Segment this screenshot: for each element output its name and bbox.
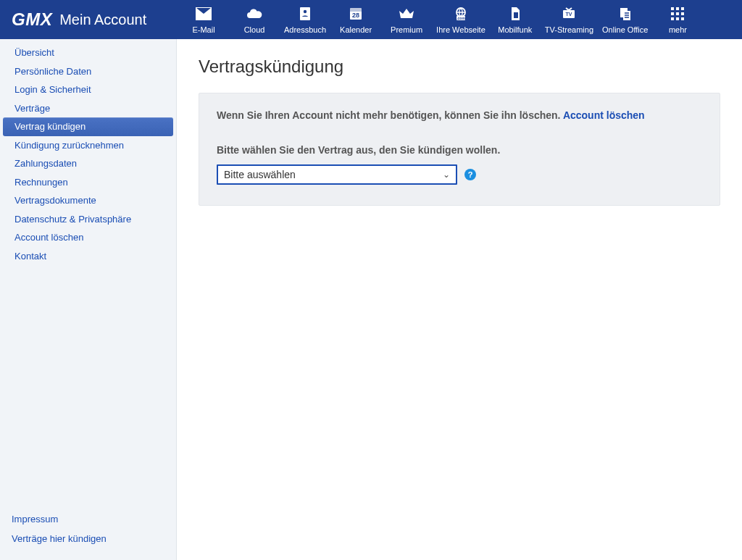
nav-label: E-Mail bbox=[192, 25, 214, 34]
sidebar-item-login-security[interactable]: Login & Sicherheit bbox=[3, 80, 173, 99]
nav-label: Ihre Webseite bbox=[436, 25, 485, 34]
select-row: Bitte auswählen ⌄ ? bbox=[217, 164, 702, 185]
nav-label: Adressbuch bbox=[284, 25, 326, 34]
info-line: Wenn Sie Ihren Account nicht mehr benöti… bbox=[217, 109, 702, 121]
svg-text:TV: TV bbox=[566, 12, 572, 17]
sidebar-item-overview[interactable]: Übersicht bbox=[3, 43, 173, 62]
nav-label: mehr bbox=[669, 25, 687, 34]
svg-text:.com: .com bbox=[457, 16, 465, 20]
nav-contacts[interactable]: Adressbuch bbox=[280, 0, 330, 39]
sidebar-list: Übersicht Persönliche Daten Login & Sich… bbox=[0, 39, 176, 266]
contract-select[interactable]: Bitte auswählen ⌄ bbox=[217, 164, 457, 185]
globe-icon: .com bbox=[452, 5, 470, 22]
nav-label: Online Office bbox=[602, 25, 648, 34]
logo[interactable]: GMX bbox=[12, 9, 52, 30]
contacts-icon bbox=[296, 5, 314, 22]
svg-rect-20 bbox=[681, 12, 684, 15]
info-box: Wenn Sie Ihren Account nicht mehr benöti… bbox=[199, 93, 720, 206]
sidebar-item-contract-docs[interactable]: Vertragsdokumente bbox=[3, 191, 173, 210]
sidebar-item-cancel-contract[interactable]: Vertrag kündigen bbox=[3, 117, 173, 136]
sidebar-item-contact[interactable]: Kontakt bbox=[3, 247, 173, 266]
nav-calendar[interactable]: 28 Kalender bbox=[330, 0, 381, 39]
tv-icon: TV bbox=[560, 5, 578, 22]
footer-impressum-link[interactable]: Impressum bbox=[12, 509, 164, 529]
svg-rect-17 bbox=[681, 7, 684, 10]
svg-rect-19 bbox=[676, 12, 679, 15]
crown-icon bbox=[398, 5, 415, 22]
svg-point-2 bbox=[304, 10, 307, 13]
nav-premium[interactable]: Premium bbox=[381, 0, 432, 39]
sidebar-item-invoices[interactable]: Rechnungen bbox=[3, 173, 173, 192]
help-icon[interactable]: ? bbox=[464, 169, 476, 180]
nav-bar: E-Mail Cloud Adressbuch 28 Kalender Prem… bbox=[178, 0, 742, 39]
mail-icon bbox=[195, 5, 212, 22]
chevron-down-icon: ⌄ bbox=[443, 170, 450, 180]
app-title: Mein Account bbox=[59, 12, 146, 28]
sidebar-item-privacy[interactable]: Datenschutz & Privatsphäre bbox=[3, 210, 173, 229]
svg-rect-23 bbox=[681, 17, 684, 20]
select-placeholder: Bitte auswählen bbox=[224, 169, 296, 180]
nav-label: TV-Streaming bbox=[545, 25, 593, 34]
nav-label: Mobilfunk bbox=[498, 25, 532, 34]
nav-tv[interactable]: TV TV-Streaming bbox=[541, 0, 598, 39]
header: GMX Mein Account E-Mail Cloud Adressbuch… bbox=[0, 0, 742, 39]
page-title: Vertragskündigung bbox=[199, 57, 720, 77]
nav-mobile[interactable]: Mobilfunk bbox=[490, 0, 541, 39]
sidebar-footer: Impressum Verträge hier kündigen bbox=[0, 509, 176, 560]
main-content: Vertragskündigung Wenn Sie Ihren Account… bbox=[177, 39, 742, 560]
calendar-icon: 28 bbox=[347, 5, 364, 22]
sidebar-item-delete-account[interactable]: Account löschen bbox=[3, 228, 173, 247]
sim-icon bbox=[507, 5, 524, 22]
select-label: Bitte wählen Sie den Vertrag aus, den Si… bbox=[217, 144, 702, 156]
docs-icon bbox=[617, 5, 634, 22]
nav-email[interactable]: E-Mail bbox=[178, 0, 229, 39]
svg-rect-15 bbox=[671, 7, 674, 10]
nav-label: Premium bbox=[391, 25, 422, 34]
nav-label: Cloud bbox=[244, 25, 265, 34]
svg-rect-16 bbox=[676, 7, 679, 10]
svg-rect-22 bbox=[676, 17, 679, 20]
svg-rect-21 bbox=[671, 17, 674, 20]
info-text: Wenn Sie Ihren Account nicht mehr benöti… bbox=[217, 109, 563, 121]
svg-rect-1 bbox=[300, 7, 310, 20]
svg-rect-18 bbox=[671, 12, 674, 15]
footer-cancel-link[interactable]: Verträge hier kündigen bbox=[12, 529, 164, 548]
nav-website[interactable]: .com Ihre Webseite bbox=[432, 0, 490, 39]
nav-office[interactable]: Online Office bbox=[598, 0, 652, 39]
sidebar-item-contracts[interactable]: Verträge bbox=[3, 99, 173, 118]
nav-more[interactable]: mehr bbox=[652, 0, 703, 39]
sidebar-item-revoke-cancellation[interactable]: Kündigung zurücknehmen bbox=[3, 136, 173, 155]
nav-label: Kalender bbox=[340, 25, 372, 34]
sidebar-item-payment[interactable]: Zahlungsdaten bbox=[3, 154, 173, 173]
svg-rect-9 bbox=[514, 12, 518, 18]
svg-text:28: 28 bbox=[352, 12, 359, 19]
grid-icon bbox=[669, 5, 686, 22]
sidebar: Übersicht Persönliche Daten Login & Sich… bbox=[0, 39, 177, 560]
cloud-icon bbox=[246, 5, 263, 22]
sidebar-item-personal[interactable]: Persönliche Daten bbox=[3, 62, 173, 81]
logo-block: GMX Mein Account bbox=[12, 9, 171, 30]
nav-cloud[interactable]: Cloud bbox=[229, 0, 280, 39]
delete-account-link[interactable]: Account löschen bbox=[563, 109, 645, 121]
